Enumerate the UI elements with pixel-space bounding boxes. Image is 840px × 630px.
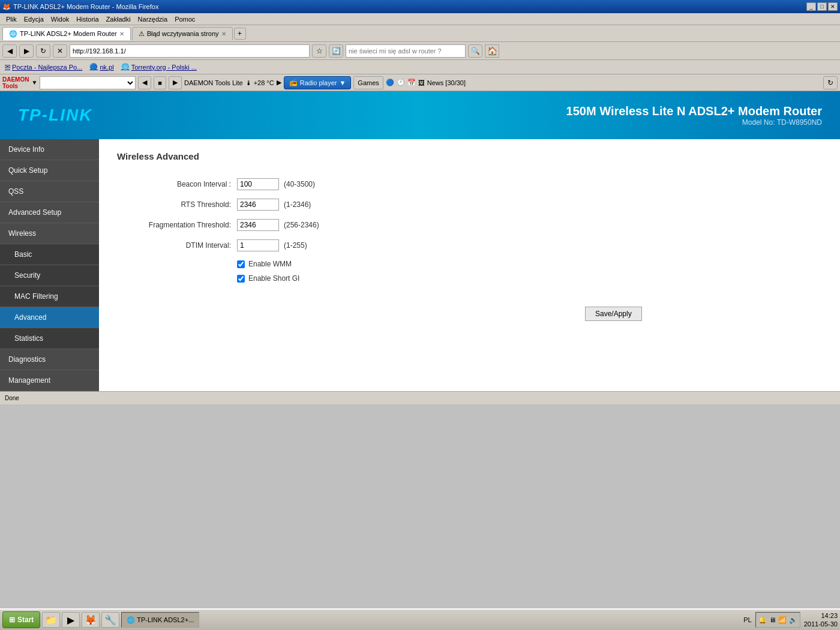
clock-icon: 🕐	[397, 79, 405, 86]
short-gi-checkbox[interactable]	[237, 275, 245, 283]
stop-button[interactable]: ✕	[53, 44, 67, 58]
sidebar-item-advanced[interactable]: Advanced	[0, 307, 99, 328]
content-area: Device Info Quick Setup QSS Advanced Set…	[0, 139, 840, 391]
games-button[interactable]: Games	[353, 76, 383, 89]
close-button[interactable]: ✕	[828, 2, 838, 11]
tab-0[interactable]: 🌐 TP-LINK ADSL2+ Modem Router ✕	[2, 27, 131, 40]
sidebar-item-qss[interactable]: QSS	[0, 181, 99, 202]
menu-edycja[interactable]: Edycja	[20, 14, 47, 24]
frag-threshold-row: Fragmentation Threshold: (256-2346)	[117, 219, 822, 231]
rts-threshold-input[interactable]	[237, 199, 279, 211]
bookmark-icon-2: 🌐	[121, 63, 130, 71]
bookmark-0[interactable]: ✉ Poczta - Najlepsza Po...	[5, 63, 82, 71]
main-content: Wireless Advanced Beacon Interval : (40-…	[99, 139, 840, 391]
wmm-label: Enable WMM	[248, 260, 292, 268]
rts-threshold-label: RTS Threshold:	[117, 200, 237, 209]
sidebar-item-security[interactable]: Security	[0, 265, 99, 286]
tplink-logo: TP-LINK	[18, 106, 92, 125]
bookmark-label-2: Torrenty.org - Polski ...	[131, 64, 197, 71]
daemon-stop-button[interactable]: ■	[154, 76, 166, 89]
tab-1[interactable]: ⚠ Błąd wczytywania strony ✕	[132, 27, 233, 40]
search-go-button[interactable]: 🔍	[468, 44, 482, 58]
sidebar-item-management[interactable]: Management	[0, 370, 99, 391]
sidebar-item-diagnostics[interactable]: Diagnostics	[0, 349, 99, 370]
sidebar-item-basic[interactable]: Basic	[0, 244, 99, 265]
short-gi-checkbox-row: Enable Short GI	[237, 274, 822, 283]
daemon-next-button[interactable]: ▶	[169, 76, 182, 89]
sidebar-label-wireless: Wireless	[8, 229, 36, 238]
sidebar-item-device-info[interactable]: Device Info	[0, 139, 99, 160]
reload-button[interactable]: ↻	[36, 44, 50, 58]
start-button[interactable]: ⊞ Start	[2, 611, 40, 628]
sidebar-item-wireless[interactable]: Wireless	[0, 223, 99, 244]
bookmark-1[interactable]: 🔵 nk.pl	[89, 63, 113, 71]
new-tab-button[interactable]: +	[234, 28, 246, 40]
sidebar-label-quick-setup: Quick Setup	[8, 166, 47, 175]
dtim-interval-input[interactable]	[237, 239, 279, 251]
title-bar-icon: 🦊	[2, 3, 11, 11]
save-apply-button[interactable]: Save/Apply	[585, 307, 642, 321]
daemon-dropdown-arrow[interactable]: ▼	[31, 79, 37, 86]
frag-threshold-input[interactable]	[237, 219, 279, 231]
router-info: 150M Wireless Lite N ADSL2+ Modem Router…	[566, 104, 822, 127]
radio-player-button[interactable]: 📻 Radio player ▼	[284, 76, 352, 89]
menu-bar: Plik Edycja Widok Historia Zakładki Narz…	[0, 13, 840, 25]
refresh-button[interactable]: 🔄	[329, 44, 343, 58]
forward-button[interactable]: ▶	[19, 44, 34, 58]
menu-narzedzia[interactable]: Narzędzia	[134, 14, 172, 24]
refresh-page-button[interactable]: ↻	[823, 76, 838, 89]
sidebar-label-advanced: Advanced	[14, 313, 46, 322]
minimize-button[interactable]: _	[806, 2, 816, 11]
games-label: Games	[358, 79, 379, 86]
taskbar-firefox-button[interactable]: 🦊	[82, 612, 100, 628]
sidebar-item-statistics[interactable]: Statistics	[0, 328, 99, 349]
rts-threshold-row: RTS Threshold: (1-2346)	[117, 199, 822, 211]
clock: 14:23 2011-05-30	[804, 611, 838, 629]
search-input[interactable]	[346, 44, 466, 58]
beacon-interval-input[interactable]	[237, 178, 279, 190]
menu-zakladki[interactable]: Zakładki	[103, 14, 134, 24]
daemon-logo: DAEMONTools	[2, 76, 29, 89]
taskbar: ⊞ Start 📁 ▶ 🦊 🔧 🌐 TP-LINK ADSL2+... PL 🔔…	[0, 608, 840, 630]
daemon-prev-button[interactable]: ◀	[138, 76, 151, 89]
tab-favicon-1: ⚠	[139, 30, 145, 38]
taskbar-explorer-button[interactable]: 📁	[42, 612, 60, 628]
menu-plik[interactable]: Plik	[2, 14, 20, 24]
language-indicator: PL	[743, 616, 751, 623]
back-button[interactable]: ◀	[2, 44, 17, 58]
sidebar-item-mac-filtering[interactable]: MAC Filtering	[0, 286, 99, 307]
menu-historia[interactable]: Historia	[73, 14, 102, 24]
tray-icon-1: 🔔	[758, 616, 767, 624]
taskbar-media-button[interactable]: ▶	[62, 612, 80, 628]
frag-threshold-hint: (256-2346)	[284, 221, 319, 229]
calendar-icon: 📅	[407, 79, 416, 86]
wmm-checkbox[interactable]	[237, 260, 245, 268]
bookmark-2[interactable]: 🌐 Torrenty.org - Polski ...	[121, 63, 197, 71]
menu-pomoc[interactable]: Pomoc	[171, 14, 199, 24]
news-label: News [30/30]	[427, 79, 466, 86]
taskbar-tool-button[interactable]: 🔧	[101, 612, 119, 628]
taskbar-active-window[interactable]: 🌐 TP-LINK ADSL2+...	[121, 612, 199, 628]
star-button[interactable]: ☆	[312, 44, 326, 58]
dtim-interval-hint: (1-255)	[284, 241, 307, 250]
sidebar-item-advanced-setup[interactable]: Advanced Setup	[0, 202, 99, 223]
tab-label-1: Błąd wczytywania strony	[147, 30, 219, 37]
tray-icon-3: 📶	[778, 616, 787, 624]
daemon-bar: DAEMONTools ▼ ◀ ■ ▶ DAEMON Tools Lite 🌡 …	[0, 74, 840, 91]
beacon-interval-row: Beacon Interval : (40-3500)	[117, 178, 822, 190]
tab-close-0[interactable]: ✕	[119, 31, 124, 37]
temp-icon: 🌡	[245, 79, 252, 86]
address-input[interactable]	[70, 44, 310, 58]
tab-close-1[interactable]: ✕	[221, 31, 226, 37]
taskbar-window-icon: 🌐	[127, 616, 135, 624]
menu-widok[interactable]: Widok	[47, 14, 73, 24]
maximize-button[interactable]: □	[817, 2, 827, 11]
home-button[interactable]: 🏠	[485, 44, 499, 58]
media-play-icon: ▶	[277, 79, 281, 86]
start-icon: ⊞	[9, 616, 15, 624]
system-tray: 🔔 🖥 📶 🔊	[755, 612, 800, 628]
sidebar-label-diagnostics: Diagnostics	[8, 355, 46, 364]
sidebar-label-statistics: Statistics	[14, 334, 43, 343]
sidebar-item-quick-setup[interactable]: Quick Setup	[0, 160, 99, 181]
daemon-dropdown[interactable]	[40, 76, 136, 89]
